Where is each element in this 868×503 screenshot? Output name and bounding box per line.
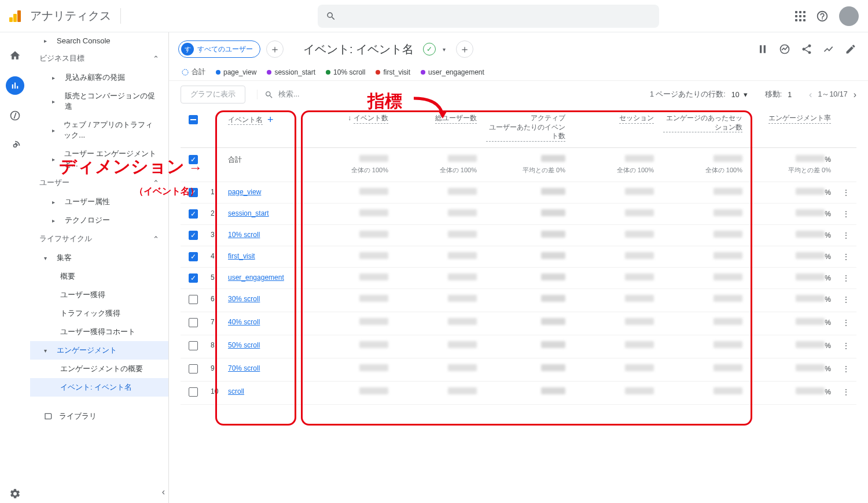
event-name-link[interactable]: 70% scroll: [228, 364, 260, 372]
sidebar-item[interactable]: ▸ユーザー属性: [30, 193, 168, 211]
nav-explore-icon[interactable]: [6, 106, 24, 125]
legend-item[interactable]: 10% scroll: [326, 68, 365, 76]
row-menu-icon[interactable]: ⋮: [842, 231, 850, 240]
nav-advertising-icon[interactable]: [6, 136, 24, 155]
metric-header[interactable]: イベント数: [354, 114, 388, 124]
show-in-graph-button[interactable]: グラフに表示: [181, 86, 245, 103]
legend-total[interactable]: 合計: [182, 67, 205, 77]
sidebar-subitem[interactable]: トラフィック獲得: [30, 304, 168, 323]
event-name-link[interactable]: 30% scroll: [228, 295, 260, 303]
compare-icon[interactable]: [757, 43, 768, 55]
row-checkbox[interactable]: [189, 295, 198, 304]
metric-header[interactable]: セッション: [619, 114, 654, 124]
sidebar-item[interactable]: ▸見込み顧客の発掘: [30, 68, 168, 87]
trend-icon[interactable]: [823, 43, 834, 55]
sidebar-item-acquisition[interactable]: ▾集客: [30, 249, 168, 267]
search-icon: [264, 90, 274, 99]
legend-item[interactable]: page_view: [216, 68, 256, 76]
title-dropdown-icon[interactable]: ▾: [443, 46, 446, 53]
app-title: アナリティクス: [30, 8, 121, 24]
sidebar-item-engagement[interactable]: ▾エンゲージメント: [30, 341, 168, 360]
sidebar-subitem[interactable]: ユーザー獲得コホート: [30, 323, 168, 341]
add-dimension-button[interactable]: +: [267, 114, 274, 125]
sidebar-subitem[interactable]: エンゲージメントの概要: [30, 360, 168, 378]
segment-chip[interactable]: す すべてのユーザー: [178, 40, 260, 58]
event-name-link[interactable]: user_engagement: [228, 273, 284, 282]
select-all-checkbox[interactable]: [189, 115, 198, 124]
sidebar-item[interactable]: ▸ウェブ / アプリのトラフィック...: [30, 116, 168, 145]
sidebar-item[interactable]: ▸テクノロジー: [30, 211, 168, 230]
rows-per-page-label: 1 ページあたりの行数:: [650, 90, 726, 99]
goto-label: 移動:: [765, 90, 782, 99]
nav-admin-icon[interactable]: [6, 484, 24, 503]
event-name-link[interactable]: session_start: [228, 209, 269, 217]
add-segment-button[interactable]: ＋: [266, 40, 284, 58]
row-checkbox[interactable]: ✓: [189, 231, 198, 240]
row-menu-icon[interactable]: ⋮: [842, 364, 850, 373]
event-name-link[interactable]: 40% scroll: [228, 318, 260, 326]
nav-reports-icon[interactable]: [6, 76, 24, 95]
add-metric-button[interactable]: ＋: [456, 40, 473, 58]
sidebar-item-search-console[interactable]: ▸Search Console: [30, 32, 168, 49]
row-checkbox[interactable]: ✓: [189, 188, 198, 197]
sidebar-section-lifecycle[interactable]: ライフサイクル⌃: [30, 230, 168, 249]
event-name-link[interactable]: scroll: [228, 387, 244, 395]
global-search-input[interactable]: [318, 5, 659, 28]
sidebar-subitem[interactable]: イベント: イベント名: [30, 378, 168, 397]
table-search-input[interactable]: 検索...: [257, 90, 299, 99]
row-checkbox[interactable]: [189, 387, 198, 397]
dimension-header[interactable]: イベント名: [228, 116, 263, 125]
row-checkbox[interactable]: ✓: [189, 252, 198, 261]
row-menu-icon[interactable]: ⋮: [842, 209, 850, 219]
edit-icon[interactable]: [845, 43, 856, 55]
segment-chip-avatar: す: [181, 43, 194, 56]
sidebar-subitem[interactable]: ユーザー獲得: [30, 286, 168, 304]
sidebar-subitem[interactable]: 概要: [30, 267, 168, 286]
row-menu-icon[interactable]: ⋮: [842, 318, 850, 327]
row-checkbox[interactable]: [189, 318, 198, 327]
row-menu-icon[interactable]: ⋮: [842, 387, 850, 397]
row-checkbox[interactable]: ✓: [189, 209, 198, 219]
table-row: ✓ 3 10% scroll % ⋮: [181, 224, 856, 246]
row-checkbox[interactable]: [189, 341, 198, 350]
metric-header[interactable]: エンゲージメント率: [768, 114, 831, 124]
insights-icon[interactable]: [779, 43, 790, 55]
sidebar-collapse-icon[interactable]: ‹: [162, 487, 165, 497]
row-menu-icon[interactable]: ⋮: [842, 341, 850, 350]
row-menu-icon[interactable]: ⋮: [842, 188, 850, 197]
event-name-link[interactable]: 50% scroll: [228, 341, 260, 349]
metric-header[interactable]: アクティブユーザーあたりのイベント数: [486, 114, 565, 142]
status-check-icon[interactable]: ✓: [423, 43, 436, 56]
nav-home-icon[interactable]: [6, 46, 24, 65]
row-checkbox[interactable]: ✓: [189, 273, 198, 283]
row-menu-icon[interactable]: ⋮: [842, 295, 850, 304]
legend-item[interactable]: session_start: [267, 68, 315, 76]
page-prev-icon[interactable]: ‹: [809, 90, 812, 100]
share-icon[interactable]: [801, 43, 812, 55]
legend-item[interactable]: user_engagement: [421, 68, 484, 76]
sidebar-section-business[interactable]: ビジネス目標⌃: [30, 49, 168, 68]
sidebar-item[interactable]: ▸販売とコンバージョンの促進: [30, 87, 168, 116]
sidebar-item-library[interactable]: ライブラリ: [30, 407, 168, 426]
table-controls: グラフに表示 検索... 1 ページあたりの行数: 10 ▾ 移動: 1 ‹ 1…: [169, 80, 868, 108]
legend-item[interactable]: first_visit: [376, 68, 410, 76]
row-menu-icon[interactable]: ⋮: [842, 273, 850, 283]
row-checkbox[interactable]: [189, 364, 198, 373]
sidebar-section-user[interactable]: ユーザー⌃: [30, 173, 168, 193]
metric-header[interactable]: 総ユーザー数: [435, 114, 477, 124]
app-logo: [9, 10, 30, 22]
user-avatar[interactable]: [839, 6, 859, 26]
row-menu-icon[interactable]: ⋮: [842, 252, 850, 261]
sidebar-item[interactable]: ▸ユーザー エンゲージメントと...: [30, 145, 168, 173]
apps-icon[interactable]: [795, 11, 806, 21]
total-checkbox[interactable]: ✓: [189, 155, 198, 164]
goto-input[interactable]: 1: [788, 91, 792, 99]
event-name-link[interactable]: first_visit: [228, 252, 255, 260]
rows-per-page-select[interactable]: 10 ▾: [731, 90, 748, 99]
search-icon: [326, 11, 336, 21]
page-next-icon[interactable]: ›: [854, 90, 856, 100]
metric-header[interactable]: エンゲージのあったセッション数: [663, 114, 742, 132]
help-icon[interactable]: [816, 10, 829, 23]
event-name-link[interactable]: 10% scroll: [228, 231, 260, 239]
event-name-link[interactable]: page_view: [228, 188, 261, 196]
